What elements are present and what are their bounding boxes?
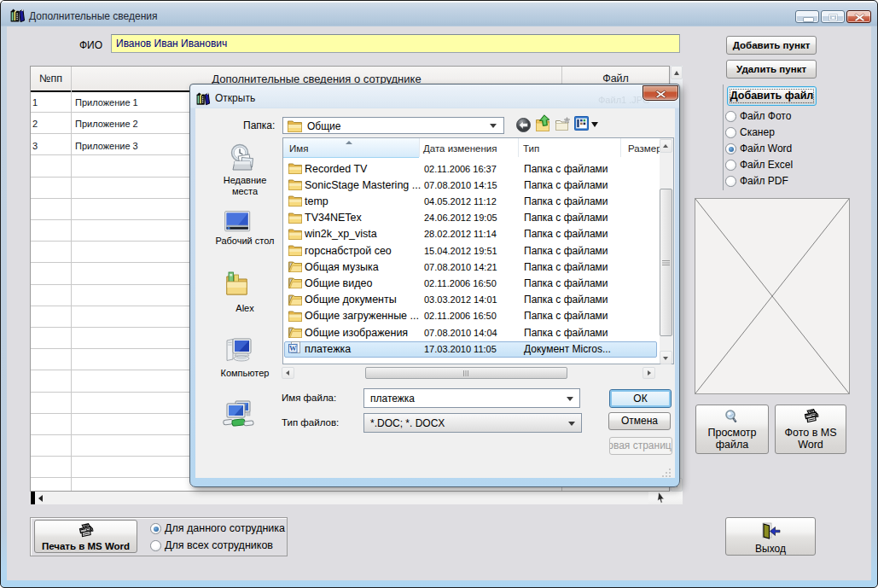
svg-text:W: W <box>289 344 297 352</box>
